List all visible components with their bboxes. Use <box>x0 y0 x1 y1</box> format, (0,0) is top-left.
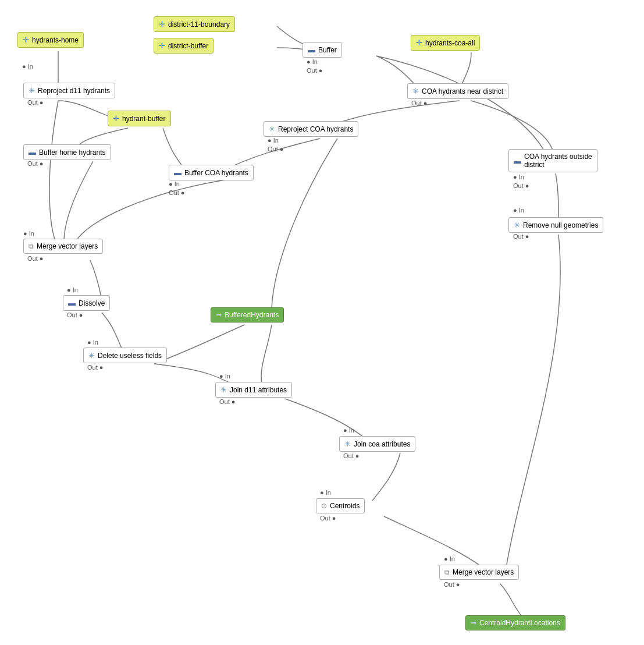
node-coa-outside[interactable]: ▬ COA hydrants outsidedistrict <box>508 149 597 172</box>
arrow-icon: ⇒ <box>216 311 222 319</box>
gear-icon: ✳ <box>29 86 35 95</box>
port-in-delete: ● In <box>87 339 98 346</box>
node-buffer-coa[interactable]: ▬ Buffer COA hydrants <box>169 165 254 180</box>
node-label: BufferedHydrants <box>225 311 279 319</box>
port-in-remove-null: ● In <box>513 207 524 214</box>
copy-icon: ⧉ <box>29 242 34 250</box>
node-label: Dissolve <box>79 299 105 307</box>
port-out-centroids: Out ● <box>320 515 336 522</box>
node-buffered-hydrants[interactable]: ⇒ BufferedHydrants <box>211 307 284 322</box>
node-join-d11[interactable]: ✳ Join d11 attributes <box>215 382 292 398</box>
node-reproject-coa[interactable]: ✳ Reproject COA hydrants <box>264 121 358 137</box>
port-out-remove-null: Out ● <box>513 233 529 240</box>
port-in-join-d11: ● In <box>219 373 230 380</box>
node-label: Reproject d11 hydrants <box>38 87 110 95</box>
node-label: COA hydrants outsidedistrict <box>524 153 592 169</box>
node-buffer-home[interactable]: ▬ Buffer home hydrants <box>23 144 111 160</box>
node-delete-fields[interactable]: ✳ Delete useless fields <box>83 348 167 363</box>
port-in-reproject-coa: ● In <box>268 137 279 144</box>
node-label: Buffer home hydrants <box>39 148 106 157</box>
port-out-dissolve: Out ● <box>67 311 83 318</box>
node-merge-vector-1[interactable]: ⧉ Merge vector layers <box>23 239 103 254</box>
node-label: COA hydrants near district <box>422 87 503 95</box>
arrow-icon: ⇒ <box>471 619 476 627</box>
dissolve-icon: ▬ <box>68 299 76 307</box>
node-hydrant-buffer[interactable]: ✛ hydrant-buffer <box>108 111 171 126</box>
port-in-hydrants-home: ● In <box>22 63 33 70</box>
gear-icon: ✳ <box>514 221 520 229</box>
port-in-join-coa: ● In <box>343 427 354 434</box>
node-label: Join coa attributes <box>354 440 410 448</box>
node-label: Merge vector layers <box>37 242 98 250</box>
node-join-coa[interactable]: ✳ Join coa attributes <box>339 436 415 452</box>
buffer-icon: ▬ <box>29 148 36 157</box>
gear-icon: ✳ <box>412 87 419 95</box>
port-out-join-coa: Out ● <box>343 452 359 459</box>
node-label: Centroids <box>330 502 360 510</box>
node-label: Remove null geometries <box>523 221 598 229</box>
workflow-canvas: ✛ hydrants-home ● In ✛ district-11-bound… <box>0 0 644 645</box>
node-centroids[interactable]: ⊙ Centroids <box>316 498 365 513</box>
node-label: Delete useless fields <box>98 352 162 360</box>
port-in-dissolve: ● In <box>67 286 78 293</box>
port-out-buffer: Out ● <box>307 67 322 74</box>
port-out-coa-outside: Out ● <box>513 182 529 189</box>
node-label: hydrant-buffer <box>122 115 166 123</box>
node-buffer[interactable]: ▬ Buffer <box>303 42 342 58</box>
port-out-buffer-coa: Out ● <box>169 189 184 196</box>
port-out-merge1: Out ● <box>27 255 43 262</box>
port-out-buffer-home: Out ● <box>27 160 43 167</box>
port-in-merge1: ● In <box>23 230 34 237</box>
buffer-icon: ▬ <box>514 157 521 165</box>
node-district-buffer[interactable]: ✛ district-buffer <box>154 38 214 54</box>
centroid-icon: ⊙ <box>321 502 327 510</box>
node-hydrants-home[interactable]: ✛ hydrants-home <box>17 32 84 48</box>
node-merge-vector-2[interactable]: ⧉ Merge vector layers <box>439 565 519 580</box>
node-label: hydrants-coa-all <box>425 39 475 47</box>
node-label: district-buffer <box>168 42 208 50</box>
node-label: Reproject COA hydrants <box>278 125 353 133</box>
node-label: Merge vector layers <box>453 568 514 576</box>
port-out-reproject-coa: Out ● <box>268 146 283 153</box>
gear-icon: ✳ <box>269 125 275 133</box>
port-out-delete: Out ● <box>87 364 103 371</box>
node-label: hydrants-home <box>32 36 79 44</box>
network-icon: ✛ <box>159 20 165 29</box>
node-reproject-d11[interactable]: ✳ Reproject d11 hydrants <box>23 83 115 98</box>
port-in-merge2: ● In <box>444 555 455 562</box>
port-out-reproject-d11: Out ● <box>27 99 43 106</box>
network-icon: ✛ <box>23 36 29 44</box>
node-centroid-hydrant-locs[interactable]: ⇒ CentroidHydrantLocations <box>465 615 565 630</box>
gear-icon: ✳ <box>88 351 95 360</box>
network-icon: ✛ <box>159 41 165 50</box>
port-out-coa-near: Out ● <box>411 100 427 107</box>
buffer-icon: ▬ <box>174 168 182 177</box>
port-in-buffer: ● In <box>307 58 318 65</box>
node-dissolve[interactable]: ▬ Dissolve <box>63 295 110 311</box>
node-label: Buffer COA hydrants <box>184 169 248 177</box>
port-in-buffer-coa: ● In <box>169 180 180 187</box>
node-remove-null[interactable]: ✳ Remove null geometries <box>508 217 603 233</box>
node-label: Join d11 attributes <box>230 386 287 394</box>
node-district11[interactable]: ✛ district-11-boundary <box>154 16 235 32</box>
node-hydrants-coa-all[interactable]: ✛ hydrants-coa-all <box>411 35 480 51</box>
port-out-join-d11: Out ● <box>219 398 235 405</box>
gear-icon: ✳ <box>220 385 227 394</box>
node-coa-near-district[interactable]: ✳ COA hydrants near district <box>407 83 508 99</box>
node-label: district-11-boundary <box>168 20 230 29</box>
gear-icon: ✳ <box>344 440 351 448</box>
node-label: CentroidHydrantLocations <box>479 619 560 627</box>
node-label: Buffer <box>318 46 337 54</box>
port-in-coa-outside: ● In <box>513 173 524 180</box>
network-icon: ✛ <box>113 114 119 123</box>
network-icon: ✛ <box>416 38 422 47</box>
copy-icon: ⧉ <box>444 568 450 576</box>
port-out-merge2: Out ● <box>444 581 460 588</box>
port-in-centroids: ● In <box>320 489 331 496</box>
buffer-icon: ▬ <box>308 45 315 54</box>
